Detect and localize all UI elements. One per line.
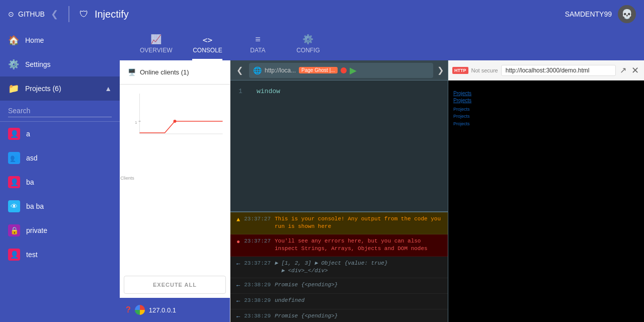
console-message-error: ● 23:37:27 You'll see any errors here, b… bbox=[230, 234, 448, 257]
forward-arrow-button[interactable]: ❯ bbox=[437, 65, 444, 75]
sidebar-item-home-label: Home bbox=[25, 36, 112, 44]
sidebar-item-settings-label: Settings bbox=[25, 60, 112, 68]
msg-time-2: 23:37:27 bbox=[244, 237, 271, 253]
chart-area: Clients 1 bbox=[120, 85, 230, 272]
msg-time-4: 23:38:29 bbox=[244, 281, 271, 290]
execute-all-button[interactable]: EXECUTE ALL bbox=[124, 276, 226, 294]
return-icon-3: ← bbox=[236, 297, 240, 306]
return-icon-4: ← bbox=[236, 313, 240, 321]
client-list-item[interactable]: ? 127.0.0.1 bbox=[120, 298, 230, 322]
tab-data[interactable]: ≡ DATA bbox=[243, 34, 273, 60]
console-message-return-1: ← 23:37:27 ▶ [1, 2, 3] ▶ Object {value: … bbox=[230, 257, 448, 279]
project-icon-private: 🔒 bbox=[8, 224, 20, 236]
project-icon-ba: 👤 bbox=[8, 176, 20, 188]
demo-text-1: Projects bbox=[453, 106, 470, 113]
clients-count-label: Online clients (1) bbox=[140, 68, 189, 76]
return-icon-1: ← bbox=[236, 260, 240, 275]
client-ip-label: 127.0.0.1 bbox=[149, 306, 176, 314]
project-item-ba[interactable]: 👤 ba bbox=[0, 170, 120, 194]
github-label: GITHUB bbox=[18, 10, 45, 18]
not-secure-label: Not secure bbox=[471, 67, 498, 73]
msg-time-3: 23:37:27 bbox=[244, 260, 271, 275]
project-item-test[interactable]: 👤 test bbox=[0, 243, 120, 267]
http-badge: HTTP bbox=[452, 67, 468, 74]
code-line-1: 1 window bbox=[238, 87, 440, 97]
tab-config[interactable]: ⚙️ CONFIG bbox=[293, 34, 323, 60]
data-icon: ≡ bbox=[255, 34, 261, 45]
sidebar: 🏠 Home ⚙️ Settings 📁 Projects (6) ▲ 👤 a … bbox=[0, 28, 120, 322]
return-icon-2: ← bbox=[236, 282, 240, 290]
msg-text-warn: This is your console! Any output from th… bbox=[275, 215, 442, 231]
client-status-icon: ? bbox=[126, 305, 131, 314]
tab-data-label: DATA bbox=[250, 47, 265, 54]
project-item-private[interactable]: 🔒 private bbox=[0, 218, 120, 243]
browser-content: Projects Projects Projects Projects Proj… bbox=[448, 80, 644, 322]
tab-config-label: CONFIG bbox=[296, 47, 320, 54]
clients-panel: 🖥️ Online clients (1) Clients 1 bbox=[120, 60, 230, 322]
project-name-private: private bbox=[26, 226, 47, 234]
browser-url-input[interactable] bbox=[501, 65, 616, 76]
console-message-return-4: ← 23:38:29 Promise {<pending>} bbox=[230, 309, 448, 322]
project-name-test: test bbox=[26, 251, 38, 259]
github-button[interactable]: ⊙ GITHUB bbox=[8, 10, 45, 18]
console-toolbar: ❮ 🌐 http://loca... Page Ghost |... ▶ ❯ bbox=[230, 60, 448, 80]
chrome-browser-icon bbox=[135, 305, 145, 315]
sidebar-item-projects[interactable]: 📁 Projects (6) ▲ bbox=[0, 76, 120, 101]
project-item-a[interactable]: 👤 a bbox=[0, 122, 120, 146]
demo-link-group: Projects Projects bbox=[453, 91, 471, 103]
browser-url-display: 🌐 http://loca... Page Ghost |... ▶ bbox=[249, 63, 433, 78]
top-nav-right: SAMDENTY99 💀 bbox=[565, 5, 636, 23]
project-icon-baba: 👁 bbox=[8, 200, 20, 212]
chart-y-label: Clients bbox=[120, 176, 134, 181]
external-link-icon[interactable]: ↗ bbox=[619, 64, 627, 76]
project-name-a: a bbox=[26, 130, 30, 138]
tab-console[interactable]: <> CONSOLE bbox=[192, 35, 222, 60]
msg-time-5: 23:38:29 bbox=[244, 297, 271, 306]
tab-overview[interactable]: 📈 OVERVIEW bbox=[140, 34, 172, 60]
line-number-1: 1 bbox=[238, 87, 249, 97]
search-input[interactable] bbox=[8, 105, 112, 117]
tab-overview-label: OVERVIEW bbox=[140, 47, 172, 54]
chevron-up-icon: ▲ bbox=[105, 85, 112, 93]
github-circle-icon: ⊙ bbox=[8, 10, 14, 18]
content-area: 🏠 Home ⚙️ Settings 📁 Projects (6) ▲ 👤 a … bbox=[0, 28, 644, 322]
avatar[interactable]: 💀 bbox=[618, 5, 636, 23]
sidebar-item-settings[interactable]: ⚙️ Settings bbox=[0, 52, 120, 76]
msg-text-return-2: Promise {<pending>} bbox=[275, 281, 442, 290]
code-token-1: window bbox=[257, 87, 280, 97]
svg-point-4 bbox=[174, 120, 177, 123]
browser-demo-page: Projects Projects Projects Projects Proj… bbox=[448, 80, 644, 322]
console-message-warn: ▲ 23:37:27 This is your console! Any out… bbox=[230, 212, 448, 234]
project-list: 👤 a 👥 asd 👤 ba 👁 ba ba 🔒 private 👤 t bbox=[0, 122, 120, 322]
error-icon: ● bbox=[236, 238, 240, 253]
app-title: Injectify bbox=[95, 9, 129, 20]
project-name-ba: ba bbox=[26, 178, 34, 186]
project-item-baba[interactable]: 👁 ba ba bbox=[0, 194, 120, 218]
demo-link-1: Projects bbox=[453, 91, 471, 96]
console-output: ▲ 23:37:27 This is your console! Any out… bbox=[230, 211, 448, 322]
demo-text-2: Projects bbox=[453, 113, 470, 120]
code-editor[interactable]: 1 window bbox=[230, 80, 448, 211]
back-arrow-button[interactable]: ❮ bbox=[234, 63, 245, 77]
username-label: SAMDENTY99 bbox=[565, 10, 612, 18]
msg-time-1: 23:37:27 bbox=[244, 215, 271, 231]
sidebar-item-home[interactable]: 🏠 Home bbox=[0, 28, 120, 52]
warn-icon: ▲ bbox=[236, 216, 240, 231]
close-browser-button[interactable]: ✕ bbox=[630, 64, 640, 77]
msg-text-return-3: undefined bbox=[275, 297, 442, 306]
url-text: http://loca... bbox=[265, 67, 296, 74]
red-dot-icon bbox=[341, 67, 347, 73]
demo-link-2: Projects bbox=[453, 98, 471, 103]
demo-text-block: Projects Projects Projects bbox=[453, 106, 470, 127]
play-button[interactable]: ▶ bbox=[350, 65, 357, 76]
demo-text-3: Projects bbox=[453, 120, 470, 127]
console-icon: <> bbox=[203, 35, 212, 45]
divider bbox=[68, 6, 69, 22]
project-item-asd[interactable]: 👥 asd bbox=[0, 146, 120, 170]
clients-chart: 1 bbox=[124, 89, 226, 149]
console-message-return-2: ← 23:38:29 Promise {<pending>} bbox=[230, 278, 448, 294]
top-nav: ⊙ GITHUB ❮ 🛡 Injectify SAMDENTY99 💀 bbox=[0, 0, 644, 28]
svg-text:1: 1 bbox=[135, 120, 137, 125]
home-icon: 🏠 bbox=[8, 35, 19, 46]
page-ghost-tag: Page Ghost |... bbox=[299, 67, 338, 73]
